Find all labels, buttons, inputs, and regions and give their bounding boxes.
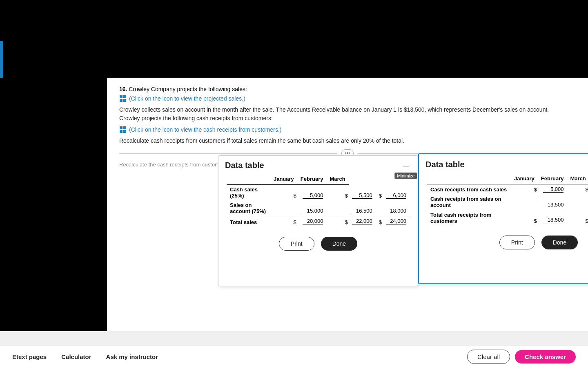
dialog-projected-sales: Data table Minimize January Feb xyxy=(218,155,418,286)
svg-rect-1 xyxy=(123,95,126,98)
dialog-1-table: January February March Cash sales (25%) xyxy=(227,173,410,227)
row-total-jan: 20,000 xyxy=(297,216,327,227)
row-sales-account-sym3 xyxy=(376,200,383,216)
row-sales-account-feb: 16,500 xyxy=(349,200,376,216)
row-total-sym: $ xyxy=(270,216,297,227)
grid-icon-1 xyxy=(119,95,127,102)
row-cr-total-jan: 18,500 xyxy=(538,210,567,226)
svg-rect-3 xyxy=(123,99,126,102)
row-cr-cash-sym: $ xyxy=(511,184,538,195)
row-cr-total-label: Total cash receipts from customers xyxy=(427,210,511,226)
main-area: 16. Crowley Company projects the followi… xyxy=(0,78,588,331)
row-total-sym3: $ xyxy=(376,216,383,227)
link-cash-receipts[interactable]: (Click on the icon to view the cash rece… xyxy=(119,126,568,133)
svg-rect-2 xyxy=(120,99,122,102)
row-total-label: Total sales xyxy=(227,216,270,227)
dialog-1-controls: Minimize xyxy=(401,161,411,170)
etext-pages-link[interactable]: Etext pages xyxy=(12,353,47,360)
row-total-mar: 24,000 xyxy=(383,216,410,227)
minimize-tooltip: Minimize xyxy=(394,173,417,179)
grid-icon-2 xyxy=(119,126,127,133)
row-cash-sales-feb: 5,500 xyxy=(349,185,376,201)
col-header-empty-2 xyxy=(427,173,511,184)
table-row: Cash receipts from sales on account 13,5… xyxy=(427,194,588,210)
col-header-empty xyxy=(227,173,270,185)
row-cash-sales-sym2: $ xyxy=(326,185,348,201)
divider-line-left xyxy=(119,153,337,154)
dialog-2-header-row: January February March xyxy=(427,173,588,184)
row-cr-cash-sym2: $ xyxy=(567,184,588,195)
row-cr-account-jan: 13,500 xyxy=(538,194,567,210)
row-cash-sales-sym: $ xyxy=(270,185,297,201)
link-cash-receipts-text: (Click on the icon to view the cash rece… xyxy=(129,126,281,133)
dialog-2-body: January February March Cash receipts fro… xyxy=(419,173,588,258)
dialog-1-body: January February March Cash sales (25%) xyxy=(218,173,418,259)
row-sales-account-sym2 xyxy=(326,200,348,216)
bottom-right-buttons: Clear all Check answer xyxy=(467,350,576,364)
svg-rect-6 xyxy=(120,130,122,133)
svg-rect-4 xyxy=(120,126,122,129)
row-sales-account-jan: 15,000 xyxy=(297,200,327,216)
dialog-2-done-button[interactable]: Done xyxy=(541,236,578,249)
table-row: Total cash receipts from customers $ 18,… xyxy=(427,210,588,226)
dialog-1-minimize-button[interactable]: Minimize xyxy=(401,161,411,170)
question-intro: 16. Crowley Company projects the followi… xyxy=(119,86,568,92)
row-cr-account-sym2 xyxy=(567,194,588,210)
row-cr-cash-jan: 5,000 xyxy=(538,184,567,195)
dialog-cash-receipts: Data table — ✕ January February xyxy=(418,153,588,284)
svg-rect-5 xyxy=(123,126,126,129)
dialog-1-print-button[interactable]: Print xyxy=(279,237,314,251)
row-cash-sales-jan: 5,000 xyxy=(297,185,327,201)
dialog-2-buttons: Print Done xyxy=(427,236,588,249)
table-row: Cash sales (25%) $ 5,000 $ 5,500 xyxy=(227,185,410,201)
dialog-2-header: Data table — ✕ xyxy=(419,154,588,173)
row-cr-account-sym xyxy=(511,194,538,210)
col-header-jan-2: January xyxy=(511,173,538,184)
top-bar xyxy=(0,0,588,78)
link-projected-sales-text: (Click on the icon to view the projected… xyxy=(129,95,245,102)
col-header-mar-2: March xyxy=(567,173,588,184)
row-sales-account-sym xyxy=(270,200,297,216)
check-answer-button[interactable]: Check answer xyxy=(515,350,576,364)
dialogs-container: Data table Minimize January Feb xyxy=(214,151,588,331)
clear-all-button[interactable]: Clear all xyxy=(467,350,510,364)
row-total-sym2: $ xyxy=(326,216,348,227)
paragraph-2: Recalculate cash receipts from customers… xyxy=(119,137,568,145)
dialog-2-title: Data table xyxy=(425,160,465,169)
col-header-mar-1: March xyxy=(326,173,348,185)
row-cr-total-sym: $ xyxy=(511,210,538,226)
col-header-jan-1: January xyxy=(270,173,297,185)
question-block: 16. Crowley Company projects the followi… xyxy=(119,86,568,145)
row-cash-sales-sym3: $ xyxy=(376,185,383,201)
content-area: 16. Crowley Company projects the followi… xyxy=(107,78,588,331)
dialog-1-header: Data table Minimize xyxy=(218,156,418,173)
dialog-1-title: Data table xyxy=(225,161,264,170)
col-header-feb-1: February xyxy=(297,173,327,185)
svg-rect-7 xyxy=(123,130,126,133)
row-cash-sales-label: Cash sales (25%) xyxy=(227,185,270,201)
top-bar-accent xyxy=(0,41,3,78)
dialog-2-table: January February March Cash receipts fro… xyxy=(427,173,588,226)
col-header-feb-2: February xyxy=(538,173,567,184)
paragraph-1: Crowley collects sales on account in the… xyxy=(119,105,568,123)
left-sidebar xyxy=(0,78,107,331)
calculator-link[interactable]: Calculator xyxy=(61,353,91,360)
table-row: Cash receipts from cash sales $ 5,000 $ … xyxy=(427,184,588,195)
dialog-1-done-button[interactable]: Done xyxy=(321,237,357,251)
row-sales-account-mar: 18,000 xyxy=(383,200,410,216)
table-row: Total sales $ 20,000 $ 22,000 $ xyxy=(227,216,410,227)
row-cash-sales-mar: 6,000 xyxy=(383,185,410,201)
dialog-2-print-button[interactable]: Print xyxy=(499,236,535,249)
row-sales-account-label: Sales on account (75%) xyxy=(227,200,270,216)
dialog-1-header-row: January February March xyxy=(227,173,410,185)
row-cr-total-sym2: $ xyxy=(567,210,588,226)
bottom-left-links: Etext pages Calculator Ask my instructor xyxy=(12,353,158,360)
row-cr-cash-sales-label: Cash receipts from cash sales xyxy=(427,184,511,195)
table-row: Sales on account (75%) 15,000 16,500 xyxy=(227,200,410,216)
row-total-feb: 22,000 xyxy=(349,216,376,227)
ask-instructor-link[interactable]: Ask my instructor xyxy=(106,353,158,360)
row-cr-account-label: Cash receipts from sales on account xyxy=(427,194,511,210)
question-number: 16. xyxy=(119,86,127,92)
link-projected-sales[interactable]: (Click on the icon to view the projected… xyxy=(119,95,568,102)
svg-rect-0 xyxy=(120,95,122,98)
